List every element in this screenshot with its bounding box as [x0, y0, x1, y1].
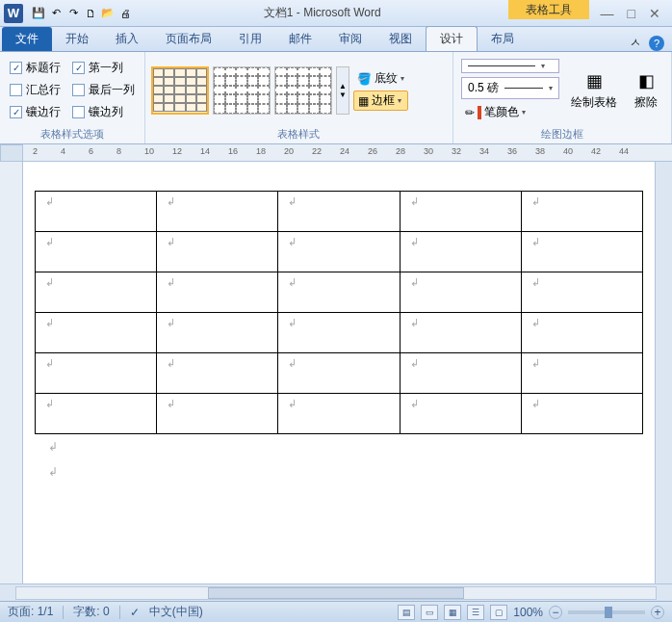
status-language[interactable]: 中文(中国)	[149, 604, 203, 620]
document-area[interactable]: ↲↲↲↲↲↲↲↲↲↲↲↲↲↲↲↲↲↲↲↲↲↲↲↲↲↲↲↲↲↲ ↲ ↲	[23, 162, 655, 583]
status-word-count[interactable]: 字数: 0	[73, 604, 109, 620]
view-print-layout-icon[interactable]: ▤	[398, 605, 415, 620]
ruler-tick: 32	[452, 146, 461, 156]
redo-icon[interactable]: ↷	[65, 6, 81, 21]
ruler-tick: 40	[563, 146, 573, 156]
view-draft-icon[interactable]: ▢	[490, 605, 507, 620]
table-cell[interactable]: ↲	[157, 192, 278, 232]
minimize-icon[interactable]: —	[601, 6, 614, 21]
ruler-tick: 44	[619, 146, 629, 156]
table-cell[interactable]: ↲	[278, 353, 400, 394]
table-style-3[interactable]	[274, 66, 332, 115]
border-icon: ▦	[358, 94, 369, 108]
ruler-tick: 42	[591, 146, 601, 156]
table-cell[interactable]: ↲	[278, 272, 400, 313]
print-icon[interactable]: 🖨	[117, 6, 133, 21]
ruler-corner[interactable]	[0, 144, 23, 162]
table-cell[interactable]: ↲	[521, 272, 642, 313]
tab-table-layout[interactable]: 布局	[478, 27, 528, 51]
scroll-thumb[interactable]	[208, 587, 464, 599]
table-cell[interactable]: ↲	[36, 353, 157, 394]
view-web-icon[interactable]: ▦	[444, 605, 461, 620]
group-draw-borders: ▾ 0.5 磅▾ ✏笔颜色▾ ▦绘制表格 ◧擦除 绘图边框	[453, 52, 672, 143]
draw-table-button[interactable]: ▦绘制表格	[565, 67, 623, 113]
new-doc-icon[interactable]: 🗋	[83, 6, 98, 21]
tab-view[interactable]: 视图	[375, 27, 426, 51]
proofing-icon[interactable]: ✓	[130, 606, 140, 619]
draw-table-icon: ▦	[581, 69, 607, 92]
table-cell[interactable]: ↲	[400, 313, 521, 353]
view-reading-icon[interactable]: ▭	[421, 605, 438, 620]
table-cell[interactable]: ↲	[278, 232, 400, 272]
close-icon[interactable]: ✕	[649, 6, 660, 21]
table-cell[interactable]: ↲	[521, 394, 642, 434]
tab-home[interactable]: 开始	[52, 27, 102, 51]
eraser-button[interactable]: ◧擦除	[627, 67, 665, 113]
tab-file[interactable]: 文件	[2, 27, 52, 51]
tab-mailings[interactable]: 邮件	[275, 27, 325, 51]
table-cell[interactable]: ↲	[157, 313, 278, 353]
checkbox-banded-rows[interactable]: ✓镶边行	[10, 104, 61, 120]
table-cell[interactable]: ↲	[278, 192, 400, 232]
table-style-2[interactable]	[213, 66, 271, 115]
document-table[interactable]: ↲↲↲↲↲↲↲↲↲↲↲↲↲↲↲↲↲↲↲↲↲↲↲↲↲↲↲↲↲↲	[35, 191, 643, 434]
checkbox-header-row[interactable]: ✓标题行	[10, 60, 61, 76]
table-cell[interactable]: ↲	[36, 232, 157, 272]
line-weight-select[interactable]: 0.5 磅▾	[461, 77, 559, 99]
checkbox-total-row[interactable]: 汇总行	[10, 82, 61, 98]
checkbox-last-col[interactable]: 最后一列	[72, 82, 135, 98]
table-cell[interactable]: ↲	[400, 394, 521, 434]
tab-insert[interactable]: 插入	[102, 27, 152, 51]
table-cell[interactable]: ↲	[278, 394, 400, 434]
table-cell[interactable]: ↲	[36, 394, 157, 434]
table-cell[interactable]: ↲	[400, 353, 521, 394]
open-icon[interactable]: 📂	[100, 6, 116, 21]
table-cell[interactable]: ↲	[521, 313, 642, 353]
table-cell[interactable]: ↲	[400, 232, 521, 272]
borders-button[interactable]: ▦边框▾	[353, 91, 408, 111]
tab-design[interactable]: 设计	[426, 26, 478, 51]
scrollbar-horizontal[interactable]	[0, 583, 672, 601]
context-tab-table-tools: 表格工具	[508, 0, 589, 19]
ruler-tick: 8	[116, 146, 121, 156]
table-cell[interactable]: ↲	[521, 192, 642, 232]
table-cell[interactable]: ↲	[157, 394, 278, 434]
checkbox-first-col[interactable]: ✓第一列	[72, 60, 135, 76]
shading-button[interactable]: 🪣底纹▾	[353, 69, 408, 88]
line-style-select[interactable]: ▾	[461, 59, 559, 73]
tab-review[interactable]: 审阅	[325, 27, 375, 51]
table-cell[interactable]: ↲	[278, 313, 400, 353]
save-icon[interactable]: 💾	[31, 6, 46, 21]
undo-icon[interactable]: ↶	[48, 6, 64, 21]
table-cell[interactable]: ↲	[36, 192, 157, 232]
tab-page-layout[interactable]: 页面布局	[152, 27, 225, 51]
gallery-more-icon[interactable]: ▲▼	[336, 66, 349, 115]
pen-color-button[interactable]: ✏笔颜色▾	[461, 103, 559, 121]
table-cell[interactable]: ↲	[157, 232, 278, 272]
table-cell[interactable]: ↲	[400, 192, 521, 232]
table-cell[interactable]: ↲	[400, 272, 521, 313]
collapse-ribbon-icon[interactable]: ㅅ	[630, 35, 641, 51]
zoom-in-button[interactable]: +	[651, 606, 664, 619]
table-cell[interactable]: ↲	[521, 232, 642, 272]
ruler-tick: 26	[368, 146, 377, 156]
view-outline-icon[interactable]: ☰	[467, 605, 484, 620]
tab-references[interactable]: 引用	[225, 27, 275, 51]
zoom-out-button[interactable]: −	[549, 606, 562, 619]
status-page[interactable]: 页面: 1/1	[8, 604, 53, 620]
table-cell[interactable]: ↲	[36, 272, 157, 313]
ruler-vertical[interactable]	[0, 162, 23, 583]
table-cell[interactable]: ↲	[157, 272, 278, 313]
table-cell[interactable]: ↲	[521, 353, 642, 394]
ruler-tick: 22	[312, 146, 322, 156]
table-cell[interactable]: ↲	[36, 313, 157, 353]
help-icon[interactable]: ?	[649, 36, 664, 51]
table-cell[interactable]: ↲	[157, 353, 278, 394]
maximize-icon[interactable]: □	[628, 6, 635, 21]
checkbox-banded-cols[interactable]: 镶边列	[72, 104, 135, 120]
zoom-slider[interactable]	[568, 610, 645, 614]
ruler-horizontal[interactable]: 2468101214161820222426283032343638404244	[23, 144, 672, 162]
zoom-level[interactable]: 100%	[513, 606, 543, 619]
workspace: ↲↲↲↲↲↲↲↲↲↲↲↲↲↲↲↲↲↲↲↲↲↲↲↲↲↲↲↲↲↲ ↲ ↲	[0, 162, 672, 583]
table-style-1[interactable]	[151, 66, 209, 115]
